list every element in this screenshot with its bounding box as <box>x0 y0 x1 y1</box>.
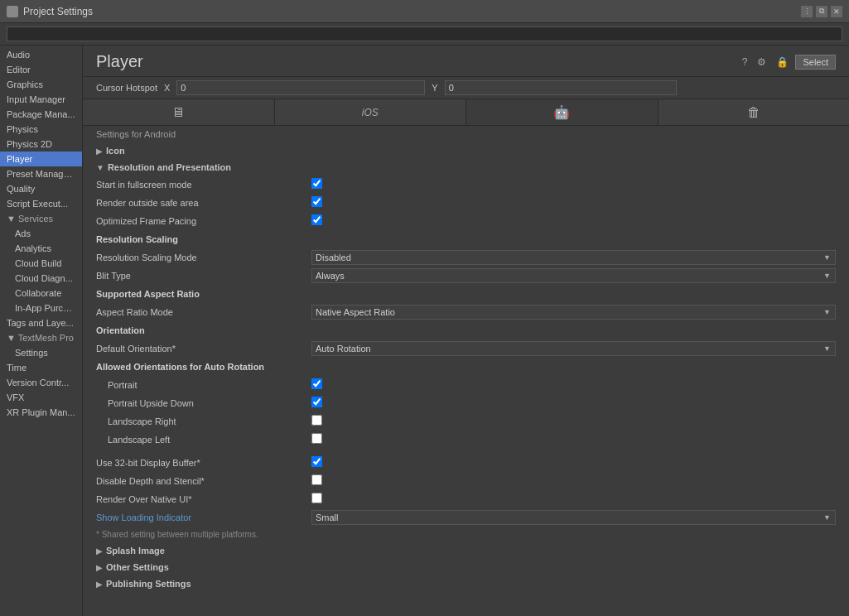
window-restore-btn[interactable]: ⧉ <box>816 6 827 17</box>
tab-webgl[interactable]: 🗑 <box>658 99 850 125</box>
select-btn[interactable]: Select <box>795 55 836 70</box>
fullscreen-checkbox[interactable] <box>311 178 322 189</box>
frame-pacing-checkbox[interactable] <box>311 214 322 225</box>
tab-windows[interactable]: 🖥 <box>83 99 275 125</box>
sidebar-item-version-control[interactable]: Version Contr... <box>0 375 82 390</box>
sidebar-item-xr-plugin-manager[interactable]: XR Plugin Man... <box>0 405 82 420</box>
setting-row-aspect-ratio-header: Supported Aspect Ratio <box>83 285 849 303</box>
loading-indicator-wrapper: Small Large None ▼ <box>311 510 836 525</box>
sidebar-item-editor[interactable]: Editor <box>0 62 82 77</box>
32bit-buffer-value <box>311 456 836 469</box>
player-title: Player <box>96 52 143 71</box>
sidebar-item-script-execution[interactable]: Script Execut... <box>0 196 82 211</box>
allowed-orientations-header: Allowed Orientations for Auto Rotation <box>96 362 311 372</box>
window-close-btn[interactable]: ✕ <box>831 6 842 17</box>
resolution-section-header[interactable]: ▼ Resolution and Presentation <box>83 159 849 176</box>
splash-section-header[interactable]: ▶ Splash Image <box>83 542 849 559</box>
landscape-right-label: Landscape Right <box>96 416 311 426</box>
default-orientation-select[interactable]: Auto Rotation Portrait Portrait Upside D… <box>311 341 836 356</box>
fullscreen-value <box>311 178 836 191</box>
sidebar-item-textmesh-settings[interactable]: Settings <box>0 345 82 360</box>
sidebar-item-audio[interactable]: Audio <box>0 47 82 62</box>
portrait-upside-down-label: Portrait Upside Down <box>96 398 311 408</box>
cursor-hotspot-row: Cursor Hotspot X Y <box>83 77 849 99</box>
safe-area-label: Render outside safe area <box>96 198 311 208</box>
sidebar-item-package-manager[interactable]: Package Mana... <box>0 107 82 122</box>
icon-section-header[interactable]: ▶ Icon <box>83 142 849 159</box>
setting-row-depth-stencil: Disable Depth and Stencil* <box>83 472 849 490</box>
settings-btn[interactable]: ⚙ <box>754 55 769 70</box>
publishing-section-header[interactable]: ▶ Publishing Settings <box>83 575 849 592</box>
setting-row-orientation-header: Orientation <box>83 321 849 339</box>
android-icon: 🤖 <box>553 104 570 120</box>
setting-row-fullscreen: Start in fullscreen mode <box>83 176 849 194</box>
blit-type-wrapper: Always Never Auto ▼ <box>311 268 836 283</box>
portrait-label: Portrait <box>96 380 311 390</box>
sidebar-item-input-manager[interactable]: Input Manager <box>0 92 82 107</box>
aspect-ratio-mode-label: Aspect Ratio Mode <box>96 307 311 317</box>
splash-section-title: Splash Image <box>106 546 165 556</box>
windows-icon: 🖥 <box>171 105 185 120</box>
window-menu-btn[interactable]: ⋮ <box>801 6 813 17</box>
sidebar-item-analytics[interactable]: Analytics <box>0 241 82 256</box>
help-btn[interactable]: ? <box>739 55 751 70</box>
lock-btn[interactable]: 🔒 <box>773 55 792 70</box>
sidebar-item-in-app-purchase[interactable]: In-App Purch... <box>0 301 82 315</box>
app-container: 🔍 Audio Editor Graphics Input Manager Pa… <box>0 23 849 616</box>
setting-row-aspect-ratio-mode: Aspect Ratio Mode Native Aspect Ratio Cu… <box>83 303 849 321</box>
cursor-x-input[interactable] <box>176 80 425 95</box>
other-section-title: Other Settings <box>106 562 169 572</box>
sidebar-item-collaborate[interactable]: Collaborate <box>0 286 82 301</box>
platform-settings-label: Settings for Android <box>83 126 849 142</box>
render-over-native-value <box>311 493 836 506</box>
frame-pacing-label: Optimized Frame Pacing <box>96 216 311 226</box>
aspect-ratio-mode-wrapper: Native Aspect Ratio Custom ▼ <box>311 305 836 320</box>
platform-tabs: 🖥 iOS 🤖 🗑 <box>83 99 849 126</box>
publishing-section-arrow: ▶ <box>96 580 103 589</box>
setting-row-scaling-mode: Resolution Scaling Mode Disabled FixedDP… <box>83 248 849 267</box>
sidebar-item-graphics[interactable]: Graphics <box>0 77 82 92</box>
landscape-left-checkbox[interactable] <box>311 433 322 444</box>
32bit-buffer-checkbox[interactable] <box>311 456 322 467</box>
depth-stencil-checkbox[interactable] <box>311 474 322 485</box>
search-input[interactable] <box>7 26 842 41</box>
tab-android[interactable]: 🤖 <box>466 99 658 125</box>
sidebar-item-preset-manager[interactable]: Preset Manage... <box>0 166 82 181</box>
sidebar-item-player[interactable]: Player <box>0 152 82 166</box>
loading-indicator-label[interactable]: Show Loading Indicator <box>96 513 311 522</box>
webgl-icon: 🗑 <box>747 105 760 120</box>
sidebar-item-physics[interactable]: Physics <box>0 122 82 137</box>
sidebar-item-textmesh-pro[interactable]: ▼ TextMesh Pro <box>0 330 82 345</box>
fullscreen-label: Start in fullscreen mode <box>96 180 311 190</box>
sidebar-item-physics-2d[interactable]: Physics 2D <box>0 137 82 152</box>
scaling-mode-select[interactable]: Disabled FixedDPI Letterbox <box>311 250 836 265</box>
sidebar-item-vfx[interactable]: VFX <box>0 390 82 405</box>
sidebar-item-tags-and-layers[interactable]: Tags and Laye... <box>0 315 82 330</box>
setting-row-portrait: Portrait <box>83 376 849 394</box>
safe-area-checkbox[interactable] <box>311 196 322 207</box>
portrait-checkbox[interactable] <box>311 378 322 389</box>
tab-ios[interactable]: iOS <box>275 99 467 125</box>
app-icon <box>7 6 18 17</box>
portrait-upside-down-checkbox[interactable] <box>311 397 322 407</box>
other-section-header[interactable]: ▶ Other Settings <box>83 559 849 575</box>
window-controls: ⋮ ⧉ ✕ <box>801 6 842 17</box>
sidebar-item-quality[interactable]: Quality <box>0 181 82 196</box>
sidebar-item-time[interactable]: Time <box>0 360 82 375</box>
landscape-right-checkbox[interactable] <box>311 415 322 426</box>
search-wrapper: 🔍 <box>7 26 842 41</box>
main-panel: Player ? ⚙ 🔒 Select Cursor Hotspot X Y <box>83 46 849 616</box>
setting-row-portrait-upside-down: Portrait Upside Down <box>83 394 849 412</box>
cursor-y-input[interactable] <box>445 80 677 95</box>
render-over-native-checkbox[interactable] <box>311 493 322 503</box>
sidebar-item-ads[interactable]: Ads <box>0 226 82 241</box>
resolution-scaling-header: Resolution Scaling <box>96 234 311 244</box>
aspect-ratio-mode-select[interactable]: Native Aspect Ratio Custom <box>311 305 836 320</box>
portrait-value <box>311 378 836 392</box>
sidebar-item-services[interactable]: ▼ Services <box>0 211 82 226</box>
sidebar-item-cloud-build[interactable]: Cloud Build <box>0 256 82 271</box>
sidebar-item-cloud-diagnostics[interactable]: Cloud Diagn... <box>0 271 82 286</box>
blit-type-select[interactable]: Always Never Auto <box>311 268 836 283</box>
loading-indicator-select[interactable]: Small Large None <box>311 510 836 525</box>
publishing-section-title: Publishing Settings <box>106 579 191 589</box>
